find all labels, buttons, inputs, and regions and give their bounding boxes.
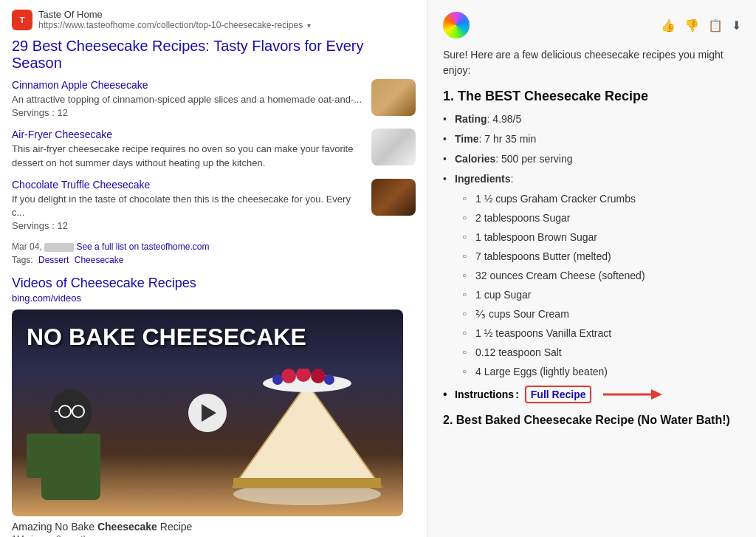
recipe-item-3: Chocolate Truffle Cheesecake If you deli… (12, 179, 416, 233)
download-icon[interactable]: ⬇ (732, 18, 741, 33)
source-icon: T (12, 10, 32, 30)
recipe-item-1: Cinnamon Apple Cheesecake An attractive … (12, 79, 416, 120)
red-arrow-icon (603, 386, 662, 403)
ingredient-5: 32 ounces Cream Cheese (softened) (462, 268, 741, 284)
date-line: Mar 04, See a full list on tasteofhome.c… (12, 242, 416, 252)
ingredients-label: Ingredients (455, 173, 510, 185)
tag-cheesecake[interactable]: Cheesecake (75, 255, 124, 265)
recipe-desc-1: An attractive topping of cinnamon-spiced… (12, 93, 365, 120)
share-icon[interactable]: 📋 (708, 18, 723, 33)
ingredient-2: 2 tablespoons Sugar (462, 211, 741, 226)
ingredient-4: 7 tablespoons Butter (melted) (462, 249, 741, 264)
recipe-text-2: Air-Fryer Cheesecake This air-fryer chee… (12, 129, 371, 169)
full-recipe-link[interactable]: Full Recipe (531, 389, 586, 400)
svg-rect-3 (80, 434, 100, 478)
svg-point-16 (272, 374, 283, 385)
rating-label: Rating (455, 113, 487, 125)
left-panel: T Taste Of Home https://www.tasteofhome.… (0, 0, 428, 537)
svg-rect-11 (233, 478, 381, 488)
recipe-title-2[interactable]: Air-Fryer Cheesecake (12, 129, 365, 140)
ingredient-9: 0.12 teaspoon Salt (462, 345, 741, 360)
recipe-title-3[interactable]: Chocolate Truffle Cheesecake (12, 179, 365, 191)
svg-rect-2 (27, 434, 47, 478)
recipe-bullets: Rating: 4.98/5 Time: 7 hr 35 min Calorie… (443, 112, 741, 380)
svg-point-13 (281, 369, 296, 383)
svg-point-15 (311, 369, 326, 383)
blurred-name (44, 243, 74, 252)
recipe-desc-3: If you delight in the taste of chocolate… (12, 193, 365, 233)
bullet-ingredients: Ingredients: 1 ½ cups Graham Cracker Cru… (443, 171, 741, 380)
main-search-title[interactable]: 29 Best Cheesecake Recipes: Tasty Flavor… (12, 38, 416, 72)
svg-point-17 (324, 374, 334, 385)
ai-logo-icon (443, 12, 470, 38)
source-text: Taste Of Home https://www.tasteofhome.co… (38, 9, 311, 30)
videos-source[interactable]: bing.com/videos (12, 293, 416, 304)
recipe-text-1: Cinnamon Apple Cheesecake An attractive … (12, 79, 371, 120)
recipe-text-3: Chocolate Truffle Cheesecake If you deli… (12, 179, 371, 233)
instructions-container: • Instructions : Full Recipe (443, 386, 741, 403)
instructions-full-recipe-box[interactable]: Full Recipe (525, 386, 592, 403)
video-play-button[interactable] (188, 394, 227, 432)
ingredient-7: ⅔ cups Sour Cream (462, 307, 741, 322)
video-info: Amazing No Bake Cheesecake Recipe 1M vie… (12, 521, 416, 537)
video-info-title: Amazing No Bake Cheesecake Recipe (12, 521, 416, 533)
ai-intro-text: Sure! Here are a few delicious cheesecak… (443, 47, 741, 78)
ingredient-10: 4 Large Eggs (lightly beaten) (462, 364, 741, 380)
recipe-item-2: Air-Fryer Cheesecake This air-fryer chee… (12, 129, 416, 169)
recipe-thumb-2 (371, 129, 416, 165)
source-block: T Taste Of Home https://www.tasteofhome.… (12, 9, 416, 30)
calories-label: Calories (455, 153, 495, 165)
bullet-rating: Rating: 4.98/5 (443, 112, 741, 127)
chef-silhouette-icon (12, 346, 182, 516)
recipe-section-1-title: 1. The BEST Cheesecake Recipe (443, 89, 741, 104)
cheesecake-icon (226, 369, 388, 509)
instructions-label: Instructions (455, 389, 514, 400)
source-name: Taste Of Home (38, 9, 311, 20)
video-thumbnail[interactable]: NO BAKE CHEESECAKE (12, 309, 403, 516)
tags-line: Tags: Dessert Cheesecake (12, 255, 416, 265)
recipe-thumb-3 (371, 179, 416, 216)
recipe-list: Cinnamon Apple Cheesecake An attractive … (12, 79, 416, 233)
ingredient-1: 1 ½ cups Graham Cracker Crumbs (462, 191, 741, 207)
ingredient-8: 1 ½ teaspoons Vanilla Extract (462, 326, 741, 341)
ingredients-list: 1 ½ cups Graham Cracker Crumbs 2 tablesp… (462, 191, 741, 380)
tag-dessert[interactable]: Dessert (38, 255, 69, 265)
recipe-thumb-1 (371, 79, 416, 116)
ingredient-6: 1 cup Sugar (462, 287, 741, 303)
ai-actions: 👍 👎 📋 ⬇ (661, 18, 741, 33)
videos-section-title[interactable]: Videos of Cheesecake Recipes (12, 276, 416, 291)
bullet-time: Time: 7 hr 35 min (443, 131, 741, 147)
ai-header: 👍 👎 📋 ⬇ (443, 12, 741, 38)
right-panel: 👍 👎 📋 ⬇ Sure! Here are a few delicious c… (428, 0, 756, 537)
recipe-section-2-title: 2. Best Baked Cheesecake Recipe (No Wate… (443, 414, 741, 427)
source-url: https://www.tasteofhome.com/collection/t… (38, 20, 311, 30)
bullet-calories: Calories: 500 per serving (443, 151, 741, 167)
source-arrow[interactable]: ▾ (307, 21, 311, 30)
thumbup-icon[interactable]: 👍 (661, 18, 676, 33)
see-full-link[interactable]: See a full list on tasteofhome.com (76, 242, 209, 252)
svg-marker-19 (651, 389, 662, 400)
recipe-title-1[interactable]: Cinnamon Apple Cheesecake (12, 79, 365, 91)
time-label: Time (455, 133, 478, 145)
ingredient-3: 1 tablespoon Brown Sugar (462, 230, 741, 245)
play-triangle-icon (202, 404, 216, 422)
recipe-desc-2: This air-fryer cheesecake recipe require… (12, 143, 365, 169)
video-meta: 1M views · 8 months ago (12, 534, 416, 537)
svg-marker-9 (233, 383, 381, 487)
thumbdown-icon[interactable]: 👎 (684, 18, 699, 33)
